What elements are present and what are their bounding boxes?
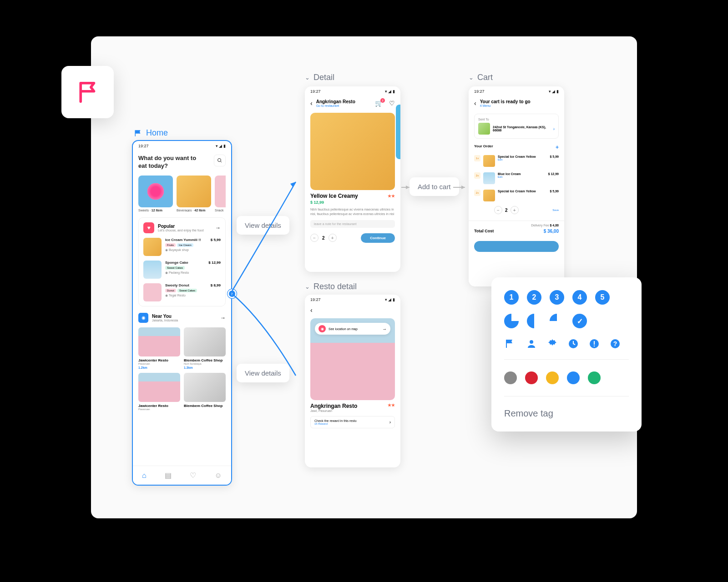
popular-item[interactable]: Sweety Donut DonutSweet Cakes ◉ Tegal Re… <box>143 283 221 301</box>
product-name: Yellow Ice Creamy ★★ <box>310 193 395 199</box>
home-title: What do you want to eat today? <box>138 155 226 170</box>
total-label: Total Cost <box>474 229 494 234</box>
note-input[interactable]: leave a note for the restaurant <box>310 220 395 228</box>
svg-rect-12 <box>594 346 595 346</box>
flag-icon <box>134 129 142 137</box>
tag-number-5[interactable]: 5 <box>595 290 610 305</box>
popular-item[interactable]: Ice Cream Yummiii !! FruitsIce Cream ◉ B… <box>143 238 221 256</box>
pie-half-icon[interactable] <box>527 314 541 328</box>
location-pill[interactable]: ◉ See location on map → <box>315 323 390 335</box>
section-label-resto[interactable]: ⌄ Resto detail <box>305 282 357 291</box>
question-icon[interactable]: ? <box>609 337 622 350</box>
near-card[interactable]: Jawicenter Resto Pasaruan 1.2km <box>138 327 180 369</box>
product-price: $ 12,99 <box>310 200 395 205</box>
nav-profile-icon[interactable]: ☺ <box>214 472 222 480</box>
svg-marker-4 <box>406 186 410 189</box>
check-icon[interactable]: ✓ <box>572 314 587 328</box>
flow-arrow <box>232 173 305 300</box>
go-to-restaurant-link[interactable]: Go to restaurant <box>316 104 355 107</box>
tag-picker-panel[interactable]: 12345 ✓ ? Remove tag <box>491 277 642 431</box>
chevron-down-icon: ⌄ <box>305 74 310 81</box>
alert-icon[interactable] <box>588 337 601 350</box>
color-swatch[interactable] <box>567 371 580 384</box>
checkout-button[interactable] <box>474 241 559 252</box>
chevron-right-icon: › <box>389 420 391 425</box>
popular-title: Popular <box>158 224 204 229</box>
cart-icon[interactable]: 🛒2 <box>375 100 383 107</box>
callout-view-details: View details <box>237 364 289 382</box>
save-link[interactable]: Save <box>552 209 559 211</box>
section-label-cart[interactable]: ⌄ Cart <box>469 73 493 82</box>
rating-stars: ★★ <box>388 194 395 198</box>
nav-home-icon[interactable]: ⌂ <box>142 472 147 480</box>
tag-number-3[interactable]: 3 <box>550 290 564 305</box>
detail-resto-name: Angkringan Resto <box>316 99 355 104</box>
pie-quarter-icon[interactable] <box>504 314 519 328</box>
category-sweets[interactable]: Sweets · 12 Item <box>138 176 173 212</box>
qty-value: 2 <box>322 236 325 241</box>
clock-icon[interactable] <box>567 337 580 350</box>
order-item[interactable]: 1x Special Ice Cream YellowEdit $ 5,99 <box>469 152 564 170</box>
detail-screen[interactable]: 19:27▾ ◢ ▮ ‹ Angkringan Resto Go to rest… <box>305 86 400 272</box>
popular-item[interactable]: Sponge Cake Sweet Cakes ◉ Padang Resto $… <box>143 261 221 279</box>
gear-icon[interactable] <box>546 337 559 350</box>
resto-screen[interactable]: 19:27▾ ◢ ▮ ‹ ◉ See location on map → Ang… <box>305 295 400 467</box>
resto-location: Jawi, Pasuruan <box>305 409 400 412</box>
flag-icon[interactable] <box>504 337 517 350</box>
reward-card[interactable]: Check the reward in this resto 15 Reward… <box>310 416 395 428</box>
status-bar: 19:27▾ ◢ ▮ <box>305 295 400 305</box>
pie-three-quarter-icon[interactable] <box>550 314 564 328</box>
color-swatch[interactable] <box>588 371 601 384</box>
color-swatch[interactable] <box>546 371 559 384</box>
remove-tag-button[interactable]: Remove tag <box>504 396 629 419</box>
status-bar: 19:27▾ ◢ ▮ <box>305 86 400 96</box>
bottom-nav: ⌂ ▤ ♡ ☺ <box>133 466 231 485</box>
color-swatch[interactable] <box>504 371 517 384</box>
add-item-icon[interactable]: + <box>556 144 559 151</box>
nav-orders-icon[interactable]: ▤ <box>165 471 172 480</box>
favorite-icon[interactable]: ♡ <box>389 100 395 107</box>
category-beverages[interactable]: Beverages · 42 Item <box>177 176 211 212</box>
flag-icon <box>76 80 100 105</box>
cart-screen[interactable]: 19:27▾ ◢ ▮ ‹ Your cart is ready to go 4 … <box>469 86 564 286</box>
order-title: Your Order <box>474 144 493 151</box>
total-value: $ 36,00 <box>544 229 559 234</box>
category-snack[interactable]: Snack <box>215 176 226 212</box>
qty-plus[interactable]: + <box>511 206 519 214</box>
tag-number-1[interactable]: 1 <box>504 290 519 305</box>
arrow-icon[interactable]: → <box>220 315 226 321</box>
near-card[interactable]: Blembem Coffee Shop Nort Surabaya 1.3km <box>184 327 226 369</box>
back-icon[interactable]: ‹ <box>310 100 313 107</box>
qty-minus[interactable]: − <box>310 234 318 242</box>
continue-button[interactable]: Continue <box>361 233 395 243</box>
tag-number-4[interactable]: 4 <box>572 290 587 305</box>
search-button[interactable] <box>214 155 226 166</box>
resto-name: Angkringan Resto ★★ <box>305 403 400 409</box>
section-label-detail[interactable]: ⌄ Detail <box>305 73 334 82</box>
back-icon[interactable]: ‹ <box>310 306 313 314</box>
category-row[interactable]: Sweets · 12 Item Beverages · 42 Item Sna… <box>138 176 226 212</box>
app-flag-badge <box>61 66 114 118</box>
status-bar: 19:27 ▾ ◢ ▮ <box>133 141 231 151</box>
home-screen[interactable]: 19:27 ▾ ◢ ▮ What do you want to eat toda… <box>132 140 232 486</box>
qty-minus[interactable]: − <box>494 206 502 214</box>
user-icon[interactable] <box>525 337 538 350</box>
svg-point-7 <box>530 340 533 344</box>
section-label-home[interactable]: Home <box>134 128 168 138</box>
popular-card: ♥ Popular Let's choose, and enjoy the fo… <box>138 217 226 306</box>
near-you-grid: Jawicenter Resto Pasaruan 1.2km Blembem … <box>138 327 226 411</box>
near-card[interactable]: Jawicenter Resto Pasaruan <box>138 373 180 411</box>
rating-stars: ★★ <box>388 403 395 409</box>
arrow-icon[interactable]: → <box>215 225 221 231</box>
qty-plus[interactable]: + <box>329 234 337 242</box>
back-icon[interactable]: ‹ <box>474 100 476 107</box>
order-item[interactable]: 2x Special Ice Cream Yellow $ 5,99 <box>469 187 564 204</box>
nav-alerts-icon[interactable]: ♡ <box>190 471 196 480</box>
tag-number-2[interactable]: 2 <box>527 290 541 305</box>
near-card[interactable]: Blembem Coffee Shop <box>184 373 226 411</box>
flow-node[interactable] <box>228 289 237 298</box>
color-swatch[interactable] <box>525 371 538 384</box>
order-item[interactable]: 2x Blue Ice CreamEdit $ 12,99 <box>469 170 564 187</box>
delivery-address-card[interactable]: Sent To 242nd St Tonganoxie, Kansas (KS)… <box>474 114 559 139</box>
product-image <box>310 113 395 190</box>
